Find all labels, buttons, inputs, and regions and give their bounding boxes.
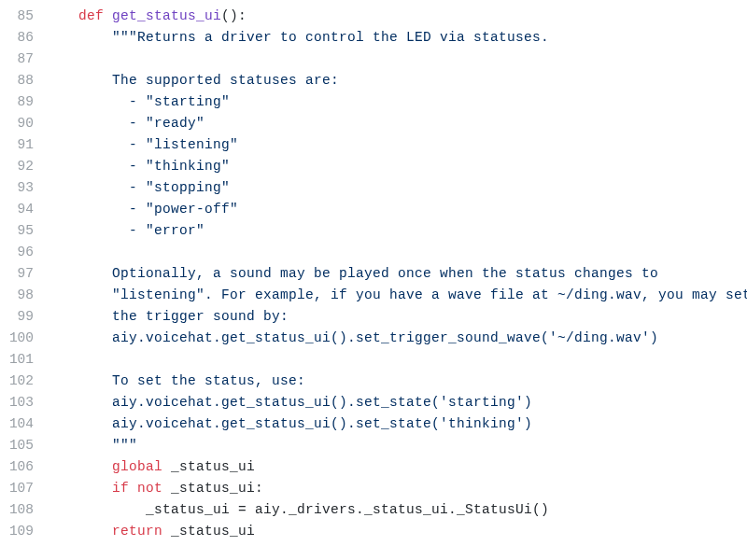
code-line[interactable]: 85 def get_status_ui(): [0, 6, 747, 27]
code-line[interactable]: 108 _status_ui = aiy._drivers._status_ui… [0, 499, 747, 521]
code-content: - "stopping" [45, 177, 230, 199]
line-number: 105 [0, 435, 45, 456]
code-content: return _status_ui [45, 521, 255, 542]
line-number: 94 [0, 199, 45, 220]
code-viewer: 85 def get_status_ui():86 """Returns a d… [0, 6, 747, 542]
line-number: 101 [0, 349, 45, 371]
code-line[interactable]: 107 if not _status_ui: [0, 478, 747, 499]
code-content: To set the status, use: [45, 371, 305, 392]
code-content: "listening". For example, if you have a … [45, 285, 747, 306]
line-number: 99 [0, 306, 45, 328]
code-content: aiy.voicehat.get_status_ui().set_state('… [45, 413, 532, 435]
line-number: 97 [0, 263, 45, 285]
line-number: 88 [0, 70, 45, 91]
line-number: 87 [0, 49, 45, 70]
code-line[interactable]: 89 - "starting" [0, 91, 747, 113]
line-number: 107 [0, 478, 45, 499]
code-content: if not _status_ui: [45, 478, 263, 499]
code-line[interactable]: 87 [0, 49, 747, 70]
line-number: 102 [0, 371, 45, 392]
line-number: 86 [0, 27, 45, 49]
code-line[interactable]: 93 - "stopping" [0, 177, 747, 199]
code-content: aiy.voicehat.get_status_ui().set_trigger… [45, 328, 658, 349]
code-content: aiy.voicehat.get_status_ui().set_state('… [45, 392, 532, 413]
line-number: 92 [0, 156, 45, 177]
code-content: - "error" [45, 220, 204, 242]
code-line[interactable]: 104 aiy.voicehat.get_status_ui().set_sta… [0, 413, 747, 435]
line-number: 98 [0, 285, 45, 306]
code-line[interactable]: 105 """ [0, 435, 747, 456]
code-line[interactable]: 99 the trigger sound by: [0, 306, 747, 328]
line-number: 95 [0, 220, 45, 242]
code-line[interactable]: 92 - "thinking" [0, 156, 747, 177]
code-content: - "ready" [45, 113, 204, 134]
code-line[interactable]: 88 The supported statuses are: [0, 70, 747, 91]
code-content: """Returns a driver to control the LED v… [45, 27, 549, 49]
code-line[interactable]: 96 [0, 242, 747, 263]
line-number: 104 [0, 413, 45, 435]
code-line[interactable]: 101 [0, 349, 747, 371]
code-content: - "listening" [45, 134, 238, 156]
code-content: _status_ui = aiy._drivers._status_ui._St… [45, 499, 549, 521]
code-content: - "starting" [45, 91, 230, 113]
code-line[interactable]: 103 aiy.voicehat.get_status_ui().set_sta… [0, 392, 747, 413]
code-content: global _status_ui [45, 456, 255, 478]
code-content: Optionally, a sound may be played once w… [45, 263, 658, 285]
line-number: 85 [0, 6, 45, 27]
code-line[interactable]: 90 - "ready" [0, 113, 747, 134]
code-line[interactable]: 106 global _status_ui [0, 456, 747, 478]
line-number: 90 [0, 113, 45, 134]
code-line[interactable]: 94 - "power-off" [0, 199, 747, 220]
code-line[interactable]: 95 - "error" [0, 220, 747, 242]
line-number: 96 [0, 242, 45, 263]
line-number: 89 [0, 91, 45, 113]
code-content: the trigger sound by: [45, 306, 289, 328]
line-number: 109 [0, 521, 45, 542]
code-content: - "power-off" [45, 199, 238, 220]
code-line[interactable]: 100 aiy.voicehat.get_status_ui().set_tri… [0, 328, 747, 349]
line-number: 91 [0, 134, 45, 156]
code-line[interactable]: 102 To set the status, use: [0, 371, 747, 392]
code-content: The supported statuses are: [45, 70, 339, 91]
line-number: 93 [0, 177, 45, 199]
line-number: 103 [0, 392, 45, 413]
line-number: 100 [0, 328, 45, 349]
code-line[interactable]: 109 return _status_ui [0, 521, 747, 542]
code-line[interactable]: 91 - "listening" [0, 134, 747, 156]
code-line[interactable]: 98 "listening". For example, if you have… [0, 285, 747, 306]
code-content: def get_status_ui(): [45, 6, 247, 27]
line-number: 108 [0, 499, 45, 521]
code-line[interactable]: 97 Optionally, a sound may be played onc… [0, 263, 747, 285]
code-content: """ [45, 435, 137, 456]
code-line[interactable]: 86 """Returns a driver to control the LE… [0, 27, 747, 49]
line-number: 106 [0, 456, 45, 478]
code-content: - "thinking" [45, 156, 230, 177]
